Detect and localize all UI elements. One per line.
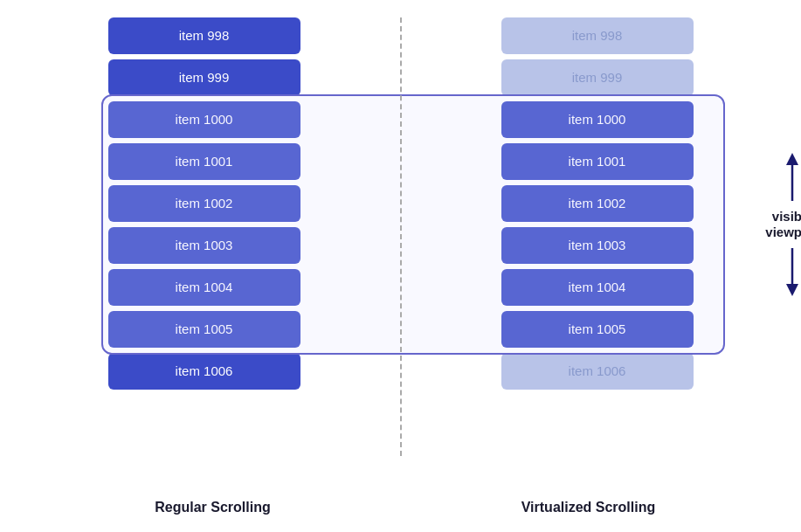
- left-item-1006: item 1006: [108, 353, 300, 390]
- columns-wrapper: item 998item 999item 1000item 1001item 1…: [25, 17, 777, 491]
- svg-marker-3: [786, 284, 798, 296]
- right-item-999: item 999: [501, 59, 694, 96]
- viewport-label: visibleviewport: [765, 153, 801, 296]
- svg-marker-1: [786, 153, 798, 165]
- right-item-998: item 998: [501, 17, 694, 54]
- diagram: item 998item 999item 1000item 1001item 1…: [25, 17, 777, 515]
- viewport-label-text: visibleviewport: [765, 209, 801, 240]
- right-label: Virtualized Scrolling: [401, 500, 777, 515]
- divider: [400, 17, 402, 456]
- viewport-box: visibleviewport: [101, 94, 726, 355]
- left-item-999: item 999: [108, 59, 300, 96]
- arrow-down-icon: [779, 244, 801, 296]
- right-item-1006: item 1006: [501, 353, 694, 390]
- labels-row: Regular Scrolling Virtualized Scrolling: [25, 500, 777, 515]
- left-label: Regular Scrolling: [25, 500, 401, 515]
- arrow-up-icon: [779, 153, 801, 205]
- left-item-998: item 998: [108, 17, 300, 54]
